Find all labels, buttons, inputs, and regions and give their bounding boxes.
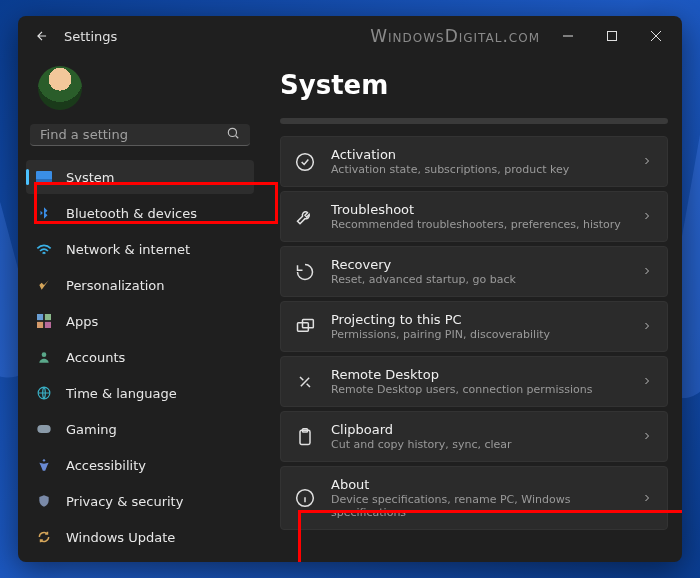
sidebar-item-personalization[interactable]: Personalization — [26, 268, 254, 302]
system-icon — [36, 169, 52, 185]
sidebar-item-label: Privacy & security — [66, 494, 183, 509]
sidebar-item-accessibility[interactable]: Accessibility — [26, 448, 254, 482]
sidebar: System Bluetooth & devices Network & int… — [18, 56, 262, 562]
sidebar-item-label: Bluetooth & devices — [66, 206, 197, 221]
chevron-right-icon — [641, 427, 653, 446]
setting-title: Activation — [331, 147, 625, 162]
search-icon — [226, 125, 240, 144]
sidebar-item-accounts[interactable]: Accounts — [26, 340, 254, 374]
globe-icon — [36, 385, 52, 401]
setting-title: Troubleshoot — [331, 202, 625, 217]
setting-subtitle: Reset, advanced startup, go back — [331, 273, 625, 286]
recovery-icon — [295, 262, 315, 282]
setting-item-troubleshoot[interactable]: Troubleshoot Recommended troubleshooters… — [280, 191, 668, 242]
window-controls — [546, 20, 678, 52]
setting-item-activation[interactable]: Activation Activation state, subscriptio… — [280, 136, 668, 187]
search-box[interactable] — [30, 124, 250, 146]
settings-window: Settings WindowsDigital.com System — [18, 16, 682, 562]
apps-icon — [36, 313, 52, 329]
svg-point-11 — [43, 459, 45, 461]
accessibility-icon — [36, 457, 52, 473]
sidebar-item-label: Accessibility — [66, 458, 146, 473]
setting-item-clipboard[interactable]: Clipboard Cut and copy history, sync, cl… — [280, 411, 668, 462]
chevron-right-icon — [641, 317, 653, 336]
page-title: System — [280, 70, 668, 100]
maximize-button[interactable] — [590, 20, 634, 52]
profile-section[interactable] — [26, 56, 254, 124]
arrow-left-icon — [35, 29, 49, 43]
update-icon — [36, 529, 52, 545]
sidebar-item-apps[interactable]: Apps — [26, 304, 254, 338]
app-title: Settings — [64, 29, 117, 44]
wifi-icon — [36, 241, 52, 257]
chevron-right-icon — [641, 372, 653, 391]
setting-item-about[interactable]: About Device specifications, rename PC, … — [280, 466, 668, 530]
setting-title: Remote Desktop — [331, 367, 625, 382]
setting-subtitle: Remote Desktop users, connection permiss… — [331, 383, 625, 396]
setting-title: Recovery — [331, 257, 625, 272]
svg-rect-6 — [37, 322, 43, 328]
sidebar-item-label: Gaming — [66, 422, 117, 437]
chevron-right-icon — [641, 489, 653, 508]
chevron-right-icon — [641, 262, 653, 281]
sidebar-item-privacy[interactable]: Privacy & security — [26, 484, 254, 518]
main-panel: System Activation Activation state, subs… — [262, 56, 682, 562]
check-circle-icon — [295, 152, 315, 172]
avatar — [38, 66, 82, 110]
setting-subtitle: Cut and copy history, sync, clear — [331, 438, 625, 451]
setting-item-recovery[interactable]: Recovery Reset, advanced startup, go bac… — [280, 246, 668, 297]
sidebar-item-network[interactable]: Network & internet — [26, 232, 254, 266]
sidebar-item-update[interactable]: Windows Update — [26, 520, 254, 554]
info-icon — [295, 488, 315, 508]
close-button[interactable] — [634, 20, 678, 52]
svg-rect-4 — [37, 314, 43, 320]
svg-rect-7 — [45, 322, 51, 328]
settings-list: Activation Activation state, subscriptio… — [280, 136, 668, 530]
scrollbar-track[interactable] — [280, 118, 668, 124]
chevron-right-icon — [641, 207, 653, 226]
brush-icon — [36, 277, 52, 293]
titlebar: Settings WindowsDigital.com — [18, 16, 682, 56]
gamepad-icon — [36, 421, 52, 437]
sidebar-item-label: Accounts — [66, 350, 125, 365]
sidebar-item-label: Windows Update — [66, 530, 175, 545]
setting-title: About — [331, 477, 625, 492]
svg-rect-0 — [608, 32, 617, 41]
clipboard-icon — [295, 427, 315, 447]
setting-subtitle: Permissions, pairing PIN, discoverabilit… — [331, 328, 625, 341]
sidebar-item-label: Time & language — [66, 386, 177, 401]
person-icon — [36, 349, 52, 365]
shield-icon — [36, 493, 52, 509]
search-input[interactable] — [40, 127, 226, 142]
sidebar-item-time-language[interactable]: Time & language — [26, 376, 254, 410]
sidebar-item-label: Apps — [66, 314, 98, 329]
setting-subtitle: Activation state, subscriptions, product… — [331, 163, 625, 176]
sidebar-item-gaming[interactable]: Gaming — [26, 412, 254, 446]
svg-point-8 — [42, 352, 47, 357]
back-button[interactable] — [22, 16, 62, 56]
svg-rect-10 — [37, 425, 50, 433]
setting-subtitle: Device specifications, rename PC, Window… — [331, 493, 625, 519]
bluetooth-icon — [36, 205, 52, 221]
setting-title: Projecting to this PC — [331, 312, 625, 327]
svg-rect-5 — [45, 314, 51, 320]
setting-item-projecting[interactable]: Projecting to this PC Permissions, pairi… — [280, 301, 668, 352]
svg-rect-3 — [36, 179, 52, 182]
watermark: WindowsDigital.com — [370, 26, 540, 46]
sidebar-item-label: System — [66, 170, 114, 185]
project-icon — [295, 317, 315, 337]
wrench-icon — [295, 207, 315, 227]
minimize-button[interactable] — [546, 20, 590, 52]
nav-list: System Bluetooth & devices Network & int… — [26, 160, 254, 554]
sidebar-item-system[interactable]: System — [26, 160, 254, 194]
svg-point-1 — [228, 128, 236, 136]
setting-item-remote-desktop[interactable]: Remote Desktop Remote Desktop users, con… — [280, 356, 668, 407]
svg-point-12 — [297, 153, 314, 170]
remote-icon — [295, 372, 315, 392]
setting-subtitle: Recommended troubleshooters, preferences… — [331, 218, 625, 231]
sidebar-item-label: Network & internet — [66, 242, 190, 257]
setting-title: Clipboard — [331, 422, 625, 437]
chevron-right-icon — [641, 152, 653, 171]
sidebar-item-bluetooth[interactable]: Bluetooth & devices — [26, 196, 254, 230]
sidebar-item-label: Personalization — [66, 278, 165, 293]
